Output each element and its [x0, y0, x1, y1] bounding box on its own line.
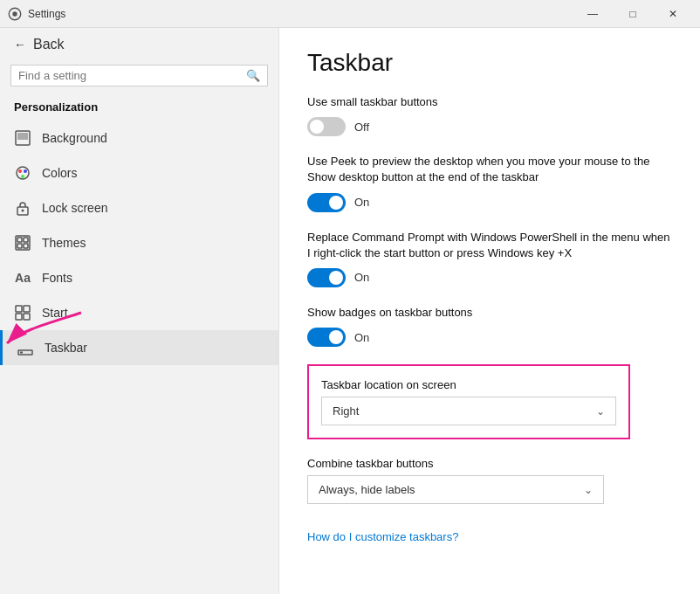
back-button[interactable]: ← Back: [0, 28, 278, 61]
sidebar-section-title: Personalization: [0, 97, 278, 121]
lock-screen-icon: [14, 199, 31, 217]
sidebar-item-label-taskbar: Taskbar: [45, 341, 87, 355]
maximize-button[interactable]: □: [613, 0, 653, 28]
setting-small-buttons-label: Use small taskbar buttons: [307, 94, 672, 110]
taskbar-location-dropdown[interactable]: Right ⌄: [321, 397, 616, 425]
fonts-icon: Aa: [14, 269, 31, 287]
app-body: ← Back 🔍 Personalization Background: [0, 28, 700, 594]
svg-rect-1: [17, 133, 28, 140]
setting-powershell: Replace Command Prompt with Windows Powe…: [307, 230, 672, 287]
peek-status: On: [354, 196, 369, 209]
setting-peek-label: Use Peek to preview the desktop when you…: [307, 154, 672, 185]
setting-small-buttons: Use small taskbar buttons Off: [307, 94, 672, 136]
small-buttons-toggle[interactable]: [307, 117, 346, 136]
svg-rect-12: [24, 244, 28, 248]
badges-status: On: [354, 331, 369, 344]
peek-toggle[interactable]: [307, 193, 346, 212]
taskbar-location-section: Taskbar location on screen Right ⌄: [307, 364, 630, 439]
sidebar-item-fonts[interactable]: Aa Fonts: [0, 260, 278, 295]
sidebar-item-themes[interactable]: Themes: [0, 225, 278, 260]
svg-rect-10: [24, 238, 28, 242]
setting-badges: Show badges on taskbar buttons On: [307, 305, 672, 347]
minimize-button[interactable]: —: [573, 0, 613, 28]
sidebar-item-taskbar[interactable]: Taskbar: [0, 330, 278, 365]
combine-buttons-section: Combine taskbar buttons Always, hide lab…: [307, 457, 672, 504]
svg-point-7: [22, 210, 24, 212]
badges-knob: [329, 330, 343, 344]
back-label: Back: [33, 37, 65, 52]
title-bar: Settings — □ ✕: [0, 0, 700, 28]
main-content: Taskbar Use small taskbar buttons Off Us…: [279, 28, 700, 594]
sidebar-item-label-lock-screen: Lock screen: [42, 201, 107, 215]
chevron-down-icon: ⌄: [596, 405, 605, 418]
sidebar-item-start[interactable]: Start: [0, 295, 278, 330]
peek-toggle-row: On: [307, 193, 672, 212]
svg-rect-13: [16, 306, 22, 312]
svg-rect-18: [20, 352, 23, 354]
settings-app-icon: [7, 6, 23, 22]
peek-knob: [329, 196, 343, 210]
sidebar-item-label-background: Background: [42, 131, 107, 145]
sidebar-item-label-colors: Colors: [42, 166, 77, 180]
svg-point-4: [24, 169, 27, 173]
start-icon: [14, 304, 31, 321]
close-button[interactable]: ✕: [653, 0, 693, 28]
setting-powershell-label: Replace Command Prompt with Windows Powe…: [307, 230, 672, 261]
svg-point-5: [21, 175, 24, 178]
svg-rect-9: [17, 238, 22, 242]
back-arrow-icon: ←: [14, 38, 26, 52]
svg-rect-11: [17, 244, 22, 248]
combine-buttons-dropdown[interactable]: Always, hide labels ⌄: [307, 475, 604, 504]
svg-rect-15: [16, 314, 22, 320]
badges-toggle[interactable]: [307, 328, 346, 347]
window-title: Settings: [28, 8, 573, 20]
sidebar-item-colors[interactable]: Colors: [0, 155, 278, 190]
combine-buttons-label: Combine taskbar buttons: [307, 457, 672, 470]
search-icon: 🔍: [246, 69, 260, 82]
svg-point-3: [18, 169, 22, 173]
powershell-toggle-row: On: [307, 268, 672, 287]
sidebar-item-label-fonts: Fonts: [42, 271, 72, 285]
window-controls: — □ ✕: [573, 0, 693, 28]
search-box[interactable]: 🔍: [10, 65, 268, 86]
sidebar: ← Back 🔍 Personalization Background: [0, 28, 279, 594]
chevron-down-icon-2: ⌄: [584, 484, 593, 496]
small-buttons-knob: [310, 120, 324, 134]
customize-taskbars-link[interactable]: How do I customize taskbars?: [307, 530, 458, 543]
setting-badges-label: Show badges on taskbar buttons: [307, 305, 672, 321]
sidebar-item-lock-screen[interactable]: Lock screen: [0, 190, 278, 225]
small-buttons-toggle-row: Off: [307, 117, 672, 136]
sidebar-item-label-start: Start: [42, 306, 68, 320]
sidebar-item-label-themes: Themes: [42, 236, 86, 250]
sidebar-item-background[interactable]: Background: [0, 121, 278, 155]
powershell-knob: [329, 271, 343, 285]
themes-icon: [14, 234, 31, 252]
small-buttons-status: Off: [354, 121, 369, 134]
colors-icon: [14, 164, 31, 182]
taskbar-location-label: Taskbar location on screen: [321, 378, 616, 391]
search-input[interactable]: [18, 69, 246, 82]
svg-rect-16: [24, 314, 30, 320]
page-title: Taskbar: [307, 49, 672, 77]
setting-peek: Use Peek to preview the desktop when you…: [307, 154, 672, 211]
powershell-toggle[interactable]: [307, 268, 346, 287]
combine-buttons-value: Always, hide labels: [319, 483, 415, 496]
taskbar-location-value: Right: [333, 404, 359, 418]
taskbar-icon: [17, 339, 34, 356]
powershell-status: On: [354, 271, 369, 284]
badges-toggle-row: On: [307, 328, 672, 347]
background-icon: [14, 129, 31, 147]
svg-rect-14: [24, 306, 30, 312]
